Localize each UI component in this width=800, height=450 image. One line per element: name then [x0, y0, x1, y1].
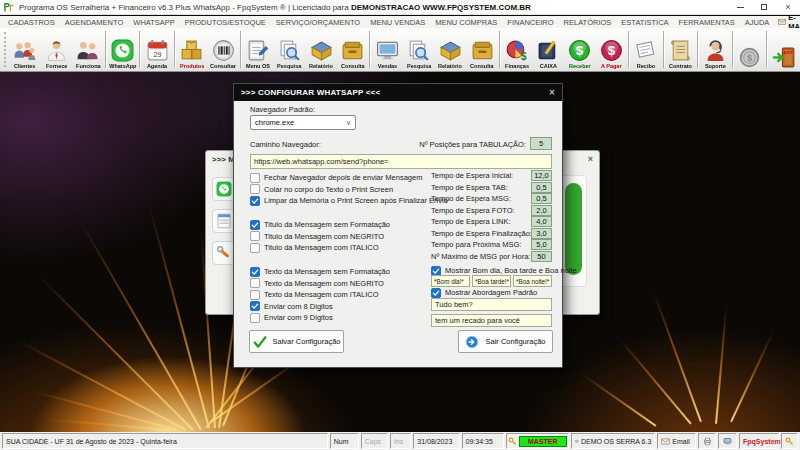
- toolbar-button-caixa[interactable]: CAIXA: [532, 28, 564, 71]
- status-printer[interactable]: [698, 433, 717, 449]
- menu-item-whatsapp[interactable]: WHATSAPP: [128, 18, 180, 27]
- toolbar-button-recibo[interactable]: Recibo: [630, 28, 662, 71]
- tab-positions-field[interactable]: 5: [530, 137, 552, 150]
- toolbar-button-finan-as[interactable]: $Finanças: [501, 28, 533, 71]
- checkbox-group-1: Fechar Navegador depois de enviar Mensag…: [250, 172, 448, 207]
- toolbar-button-whatsapp[interactable]: WhatsApp: [107, 28, 139, 71]
- svg-text:29: 29: [153, 50, 161, 59]
- timer-value-field[interactable]: 0,5: [531, 193, 552, 204]
- app-window: Programa OS Serralheria + Financeiro v6.…: [0, 0, 800, 450]
- checkbox-label: Mostrar Abordagem Padrão: [445, 288, 537, 297]
- maximize-button[interactable]: [752, 0, 776, 15]
- toolbar-button-funciona[interactable]: Funciona: [72, 28, 104, 71]
- toolbar-button-produtos[interactable]: Produtos: [176, 28, 208, 71]
- timer-value-field[interactable]: 12,0: [531, 170, 552, 181]
- key-icon: [785, 437, 794, 446]
- menu-item-estatistica[interactable]: ESTATISTICA: [616, 18, 673, 27]
- menu-item-agendamento[interactable]: AGENDAMENTO: [60, 18, 129, 27]
- checkbox-titulo-da-mensagem-com-italico[interactable]: Titulo da Mensagem com ITALICO: [250, 242, 390, 254]
- menu-item-financeiro[interactable]: FINANCEIRO: [502, 18, 558, 27]
- timer-value-field[interactable]: 0,5: [531, 182, 552, 193]
- check-icon: [253, 335, 267, 349]
- toolbar-button-relat-rio[interactable]: Relatório: [305, 28, 337, 71]
- timer-row: Tempo de Espera FOTO:2,0: [431, 205, 552, 217]
- checkbox-texto-da-mensagem-com-negrito[interactable]: Texto da Mensagem com NEGRITO: [250, 278, 390, 290]
- checkbox-texto-da-mensagem-com-italico[interactable]: Texto da Mensagem com ITALICO: [250, 289, 390, 301]
- checkbox-limpar-da-mem-ria-o-print-screen-ap-s-fi[interactable]: Limpar da Memória o Print Screen após Fi…: [250, 195, 448, 207]
- toolbar-separator: [105, 31, 106, 68]
- toolbar-button-suporte[interactable]: Suporte: [699, 28, 731, 71]
- exit-config-button[interactable]: Sair Configuração: [458, 330, 553, 353]
- menu-item-servi-o-or-amento[interactable]: SERVIÇO/ORÇAMENTO: [271, 18, 365, 27]
- checkbox-colar-no-corpo-do-texto-o-print-screen[interactable]: Colar no corpo do Texto o Print Screen: [250, 184, 448, 196]
- timer-label: Tempo de Espera Inicial:: [431, 171, 513, 180]
- timer-value-field[interactable]: 5,0: [531, 239, 552, 250]
- checkbox-checked-icon: [250, 196, 260, 206]
- checkbox-mostrar-abordagem-padr-o[interactable]: Mostrar Abordagem Padrão: [431, 287, 537, 299]
- background-window-close-icon[interactable]: ×: [588, 154, 593, 164]
- toolbar-label: A Pagar: [601, 63, 622, 69]
- whatsapp-logo-partial: [565, 183, 582, 275]
- timer-value-field[interactable]: 3,0: [531, 228, 552, 239]
- toolbar-button-agenda[interactable]: 29Agenda: [141, 28, 173, 71]
- configurar-whatsapp-dialog: >>> CONFIGURAR WHATSAPP <<< × Navegador …: [233, 83, 563, 368]
- menu-item-menu-vendas[interactable]: MENU VENDAS: [365, 18, 430, 27]
- greeting-field-2[interactable]: *Boa tarde!*: [472, 275, 511, 287]
- approach-field-2[interactable]: tem um recado para você: [431, 314, 552, 327]
- timer-value-field[interactable]: 50: [531, 251, 552, 262]
- toolbar-button-pesquisa[interactable]: Pesquisa: [274, 28, 306, 71]
- toolbar-button-consulta[interactable]: Consulta: [337, 28, 369, 71]
- timer-label: Tempo de Espera TAB:: [431, 183, 508, 192]
- checkbox-titulo-da-mensagem-com-negrito[interactable]: Titulo da Mensagem com NEGRITO: [250, 231, 390, 243]
- checkbox-fechar-navegador-depois-de-enviar-mensag[interactable]: Fechar Navegador depois de enviar Mensag…: [250, 172, 448, 184]
- menu-item-ajuda[interactable]: AJUDA: [740, 18, 775, 27]
- greeting-field-3[interactable]: *Boa noite!*: [513, 275, 552, 287]
- minimize-button[interactable]: [728, 0, 752, 15]
- toolbar-button-pesquisa[interactable]: Pesquisa: [403, 28, 435, 71]
- menu-item-cadastros[interactable]: CADASTROS: [3, 18, 60, 27]
- timer-value-field[interactable]: 4,0: [531, 216, 552, 227]
- status-time: 09:34:35: [462, 433, 504, 449]
- checkbox-label: Texto da Mensagem sem Formatação: [264, 267, 390, 276]
- status-monitor[interactable]: [718, 433, 737, 449]
- toolbar-button-menu-os[interactable]: Menu OS: [242, 28, 274, 71]
- toolbar-button-vendas[interactable]: Vendas: [371, 28, 403, 71]
- menu-item-menu-compras[interactable]: MENU COMPRAS: [430, 18, 502, 27]
- toolbar: ClientesForneceFuncionaWhatsApp29AgendaP…: [0, 28, 800, 72]
- checkbox-label: Fechar Navegador depois de enviar Mensag…: [264, 173, 422, 182]
- toolbar-button-relat-rio[interactable]: Relatório: [435, 28, 467, 71]
- checkbox-enviar-com-8-digitos[interactable]: Enviar com 8 Digitos: [250, 301, 390, 313]
- checkbox-unchecked-icon: [250, 313, 260, 323]
- toolbar-button-contrato[interactable]: Contrato: [665, 28, 697, 71]
- checkbox-checked-icon: [250, 301, 260, 311]
- url-field[interactable]: https://web.whatsapp.com/send?phone=: [250, 154, 552, 169]
- timer-value-field[interactable]: 2,0: [531, 205, 552, 216]
- checkbox-enviar-com-9-digitos[interactable]: Enviar com 9 Digitos: [250, 312, 390, 324]
- dialog-close-icon[interactable]: ×: [549, 87, 555, 98]
- menu-item-ferramentas[interactable]: FERRAMENTAS: [674, 18, 740, 27]
- save-config-button[interactable]: Salvar Configuração: [249, 330, 344, 353]
- toolbar-button-exit-icon[interactable]: EXIT: [768, 28, 800, 71]
- toolbar-button-clientes[interactable]: Clientes: [9, 28, 41, 71]
- toolbar-button-receber[interactable]: $Receber: [564, 28, 596, 71]
- toolbar-button-a-pagar[interactable]: $A Pagar: [596, 28, 628, 71]
- toolbar-button-fornece[interactable]: Fornece: [41, 28, 73, 71]
- approach-field-1[interactable]: Tudo bem?: [431, 298, 552, 311]
- checkbox-unchecked-icon: [250, 243, 260, 253]
- greeting-field-1[interactable]: *Bom dia!*: [431, 275, 470, 287]
- toolbar-label: Consulta: [341, 63, 365, 69]
- checkbox-label: Texto da Mensagem com ITALICO: [264, 290, 379, 299]
- menu-item-relat-rios[interactable]: RELATÓRIOS: [559, 18, 617, 27]
- checkbox-label: Titulo da Mensagem com ITALICO: [264, 243, 379, 252]
- checkbox-texto-da-mensagem-sem-formata-o[interactable]: Texto da Mensagem sem Formatação: [250, 266, 390, 278]
- timer-label: Tempo de Espera Finalização::: [431, 229, 534, 238]
- toolbar-button-consultar[interactable]: Consultar: [207, 28, 239, 71]
- menu-item-produtos-estoque[interactable]: PRODUTOS/ESTOQUE: [180, 18, 271, 27]
- toolbar-button-coin-icon[interactable]: $: [734, 28, 766, 71]
- checkbox-titulo-da-mensagem-sem-formata-o[interactable]: Titulo da Mensagem sem Formatação: [250, 219, 390, 231]
- status-email[interactable]: Email: [657, 433, 696, 449]
- sales-icon: [375, 38, 400, 63]
- browser-select[interactable]: chrome.exe ∨: [250, 115, 356, 130]
- background-window-title: >>> M: [212, 155, 235, 164]
- toolbar-button-consulta[interactable]: Consulta: [466, 28, 498, 71]
